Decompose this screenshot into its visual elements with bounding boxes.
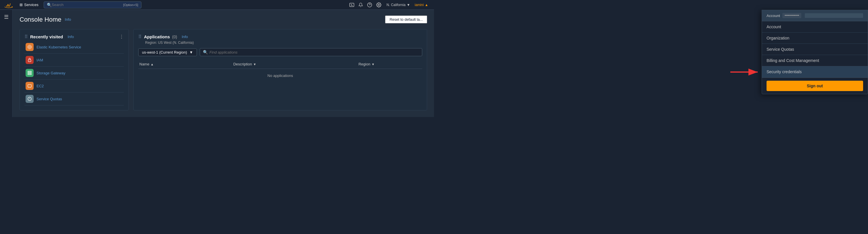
storage-gateway-service-link[interactable]: Storage Gateway	[36, 71, 65, 75]
help-icon-button[interactable]	[367, 2, 372, 7]
list-item[interactable]: Elastic Kubernetes Service	[25, 41, 124, 54]
search-icon: 🔍	[47, 3, 52, 7]
recently-visited-panel: ⠿ Recently visited Info ⋮ Elastic Kubern…	[20, 29, 129, 110]
main-layout: ☰ Console Home Info Reset to default la.…	[0, 10, 434, 117]
drag-handle-applications[interactable]: ⠿	[138, 34, 142, 40]
panels-row: ⠿ Recently visited Info ⋮ Elastic Kubern…	[20, 29, 427, 110]
app-search-icon: 🔍	[203, 50, 208, 54]
search-input[interactable]	[52, 3, 121, 7]
name-sort-asc-icon: ▲	[151, 62, 154, 66]
iam-icon	[26, 56, 34, 64]
search-bar[interactable]: 🔍 [Option+S]	[44, 1, 142, 8]
aws-logo[interactable]	[3, 2, 14, 8]
page-title: Console Home	[20, 16, 62, 23]
cloudshell-icon-button[interactable]	[349, 2, 354, 7]
search-shortcut: [Option+S]	[123, 3, 138, 7]
applications-info-link[interactable]: Info	[182, 34, 188, 39]
region-selector-button[interactable]: N. California ▼	[384, 2, 412, 8]
recently-visited-list: Elastic Kubernetes Service IAM Storage G…	[25, 41, 124, 105]
eks-service-link[interactable]: Elastic Kubernetes Service	[36, 45, 81, 49]
page-info-link[interactable]: Info	[65, 17, 71, 22]
list-item[interactable]: Storage Gateway	[25, 67, 124, 80]
list-item[interactable]: IAM	[25, 54, 124, 67]
service-quotas-icon	[26, 95, 34, 103]
recently-visited-header: ⠿ Recently visited Info ⋮	[25, 34, 124, 40]
notifications-icon-button[interactable]	[359, 2, 363, 7]
grid-icon: ⊞	[20, 3, 23, 7]
applications-count: (0)	[172, 34, 177, 39]
region-selector-row: us-west-1 (Current Region) ▼ 🔍	[138, 48, 422, 56]
sidebar-hamburger-button[interactable]: ☰	[2, 12, 10, 22]
settings-icon-button[interactable]	[376, 2, 381, 7]
services-label: Services	[24, 3, 38, 7]
applications-panel: ⠿ Applications (0) Info Region: US West …	[133, 29, 427, 110]
no-applications-text: No applications	[138, 74, 422, 78]
recently-visited-menu-button[interactable]: ⋮	[119, 34, 124, 40]
ec2-icon	[26, 82, 34, 90]
find-applications-search[interactable]: 🔍	[200, 48, 422, 56]
recently-visited-title: Recently visited	[30, 34, 63, 39]
svg-rect-8	[28, 60, 31, 62]
top-navigation: ⊞ Services 🔍 [Option+S] N. California ▼ …	[0, 0, 434, 10]
storage-gateway-icon	[26, 69, 34, 77]
region-label: N. California	[386, 3, 406, 7]
list-item[interactable]: EC2	[25, 80, 124, 93]
user-dropdown-icon: ▲	[425, 3, 428, 7]
region-sort-icon: ▼	[371, 62, 374, 66]
svg-point-7	[29, 47, 30, 48]
services-button[interactable]: ⊞ Services	[17, 1, 41, 8]
page-header: Console Home Info Reset to default la...	[20, 16, 427, 23]
column-header-description[interactable]: Description ▼	[234, 62, 359, 66]
applications-title: Applications	[144, 34, 170, 39]
svg-rect-9	[28, 84, 31, 87]
region-dropdown-icon: ▼	[407, 3, 410, 7]
username-label: iamini	[415, 3, 424, 7]
current-region-button[interactable]: us-west-1 (Current Region) ▼	[138, 48, 197, 56]
iam-service-link[interactable]: IAM	[36, 58, 43, 62]
service-quotas-service-link[interactable]: Service Quotas	[36, 97, 62, 101]
applications-header: ⠿ Applications (0) Info	[138, 34, 422, 40]
applications-table-header: Name ▲ Description ▼ Region ▼	[138, 60, 422, 69]
sidebar: ☰	[0, 10, 13, 117]
applications-region-subtitle: Region: US West (N. California)	[145, 41, 422, 45]
reset-layout-button[interactable]: Reset to default la...	[385, 16, 427, 23]
nav-icons	[349, 2, 381, 7]
drag-handle-recently-visited[interactable]: ⠿	[25, 34, 28, 40]
user-menu-button[interactable]: iamini ▲	[412, 2, 431, 8]
column-header-region[interactable]: Region ▼	[359, 62, 421, 66]
eks-icon	[26, 43, 34, 51]
region-caret-icon: ▼	[189, 50, 193, 54]
description-sort-icon: ▼	[253, 62, 256, 66]
recently-visited-info-link[interactable]: Info	[67, 34, 74, 39]
current-region-label: us-west-1 (Current Region)	[142, 50, 187, 54]
main-content: Console Home Info Reset to default la...…	[13, 10, 434, 117]
list-item[interactable]: Service Quotas	[25, 93, 124, 105]
find-applications-input[interactable]	[210, 50, 419, 54]
ec2-service-link[interactable]: EC2	[36, 84, 44, 88]
column-header-name[interactable]: Name ▲	[140, 62, 234, 66]
svg-point-4	[378, 4, 380, 5]
